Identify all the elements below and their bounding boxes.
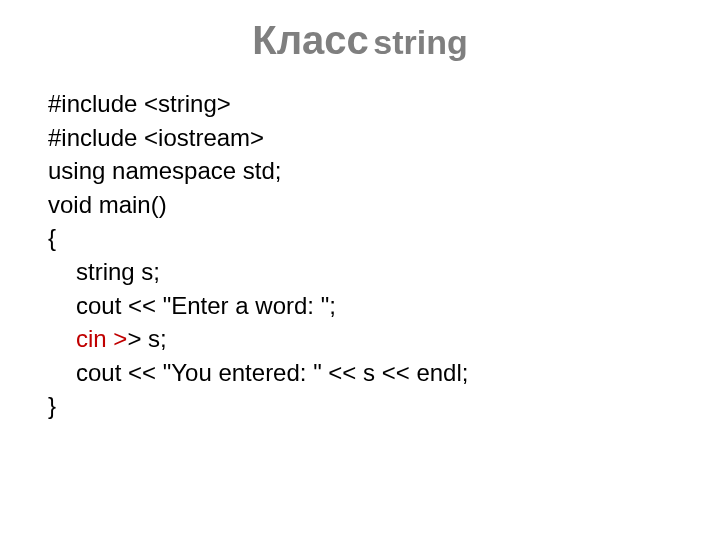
code-cin-highlight: cin > — [76, 325, 127, 352]
code-line-7: cout << "Enter a word: "; — [48, 289, 720, 323]
slide-title: Класс string — [0, 0, 720, 81]
slide: Класс string #include <string> #include … — [0, 0, 720, 540]
code-line-2: #include <iostream> — [48, 121, 720, 155]
code-line-8: cin >> s; — [48, 322, 720, 356]
code-line-6: string s; — [48, 255, 720, 289]
code-block: #include <string> #include <iostream> us… — [0, 81, 720, 423]
title-word-2: string — [373, 23, 467, 61]
title-word-1: Класс — [252, 18, 369, 62]
code-line-3: using namespace std; — [48, 154, 720, 188]
code-line-4: void main() — [48, 188, 720, 222]
code-line-5: { — [48, 221, 720, 255]
code-line-9: cout << "You entered: " << s << endl; — [48, 356, 720, 390]
code-line-10: } — [48, 389, 720, 423]
code-line-1: #include <string> — [48, 87, 720, 121]
code-cin-rest: > s; — [127, 325, 166, 352]
